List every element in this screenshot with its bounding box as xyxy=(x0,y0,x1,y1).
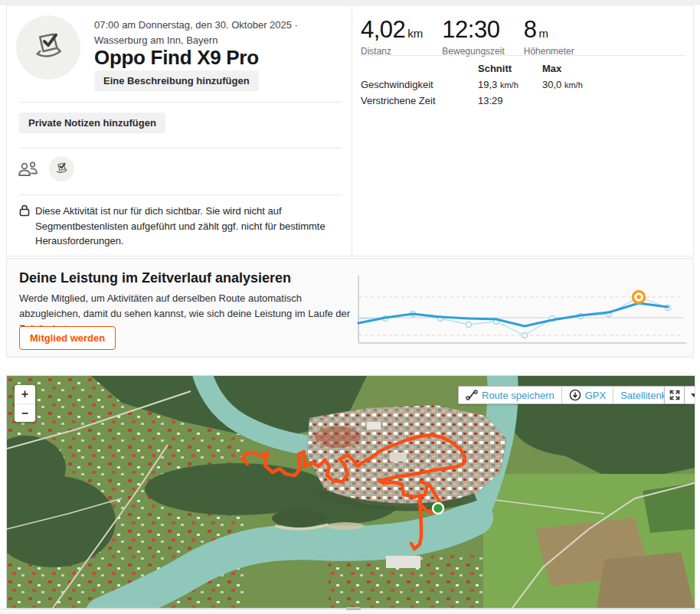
device-badge xyxy=(49,156,74,181)
resize-drag-handle[interactable] xyxy=(346,607,361,610)
primary-stats: 4,02km Distanz 12:30 Bewegungszeit 8m Hö… xyxy=(361,16,574,57)
avg-header: Schnitt xyxy=(478,63,542,74)
route-start-marker xyxy=(433,503,443,514)
stat-moving-time: 12:30 Bewegungszeit xyxy=(442,16,504,57)
add-description-button[interactable]: Eine Beschreibung hinzufügen xyxy=(94,70,259,91)
activity-title: Oppo Find X9 Pro xyxy=(94,46,259,70)
download-icon xyxy=(569,389,581,401)
fullscreen-button[interactable] xyxy=(664,386,685,404)
upsell-title: Deine Leistung im Zeitverlauf analysiere… xyxy=(19,270,291,286)
page-top-strip xyxy=(0,0,700,5)
fullscreen-icon xyxy=(669,389,681,401)
row-avg: 19,3 km/h xyxy=(478,79,542,90)
become-member-button[interactable]: Mitglied werden xyxy=(19,326,116,350)
zoom-out-button[interactable]: − xyxy=(15,403,35,422)
stat-elevation: 8m Höhenmeter xyxy=(524,16,574,57)
activity-attributes-row xyxy=(18,156,74,181)
add-private-notes-button[interactable]: Private Notizen hinzufügen xyxy=(19,113,165,133)
athletes-icon xyxy=(18,161,38,178)
laptop-check-icon xyxy=(31,30,66,65)
activity-avatar xyxy=(16,15,80,80)
row-avg: 13:29 xyxy=(478,95,542,106)
distance-unit: km xyxy=(407,27,423,40)
gpx-download-button[interactable]: GPX xyxy=(561,387,613,403)
row-max xyxy=(542,95,634,106)
chevron-down-icon xyxy=(691,394,695,397)
stats-table-header: Schnitt Max xyxy=(361,63,634,74)
divider xyxy=(19,194,342,195)
table-row: Verstrichene Zeit 13:29 xyxy=(361,95,634,106)
divider xyxy=(19,148,342,149)
row-max: 30,0 km/h xyxy=(542,79,634,90)
elevation-value: 8 xyxy=(524,16,537,43)
table-row: Geschwindigkeit 19,3 km/h 30,0 km/h xyxy=(361,79,634,90)
row-label: Verstrichene Zeit xyxy=(361,95,478,106)
activity-datetime: 07:00 am Donnerstag, den 30. Oktober 202… xyxy=(94,18,343,48)
privacy-text: Diese Aktivität ist nur für dich sichtba… xyxy=(35,204,329,249)
stat-distance: 4,02km Distanz xyxy=(361,16,423,57)
route-icon xyxy=(466,390,478,400)
privacy-notice: Diese Aktivität ist nur für dich sichtba… xyxy=(19,204,329,249)
activity-summary-card: 07:00 am Donnerstag, den 30. Oktober 202… xyxy=(6,5,694,256)
stats-divider xyxy=(361,55,685,56)
performance-sparkline-chart xyxy=(349,273,689,349)
stats-table: Schnitt Max Geschwindigkeit 19,3 km/h 30… xyxy=(361,63,634,111)
upsell-banner: Deine Leistung im Zeitverlauf analysiere… xyxy=(6,258,694,358)
lock-icon xyxy=(19,204,30,217)
elevation-unit: m xyxy=(538,27,548,40)
satellite-map-image xyxy=(7,376,695,608)
laptop-check-icon xyxy=(54,162,69,176)
activity-page: 07:00 am Donnerstag, den 30. Oktober 202… xyxy=(0,0,700,614)
route-map[interactable]: + − Route speichern GPX Satellite xyxy=(6,375,695,609)
map-toolbar: Route speichern GPX Satellitenkarte xyxy=(458,386,695,404)
distance-value: 4,02 xyxy=(361,16,405,43)
map-zoom-control: + − xyxy=(15,385,35,422)
divider xyxy=(19,102,342,103)
moving-time-value: 12:30 xyxy=(442,16,499,43)
row-label: Geschwindigkeit xyxy=(361,79,478,90)
zoom-in-button[interactable]: + xyxy=(15,385,35,403)
save-route-button[interactable]: Route speichern xyxy=(459,387,561,403)
max-header: Max xyxy=(542,63,634,74)
column-divider xyxy=(352,6,352,256)
